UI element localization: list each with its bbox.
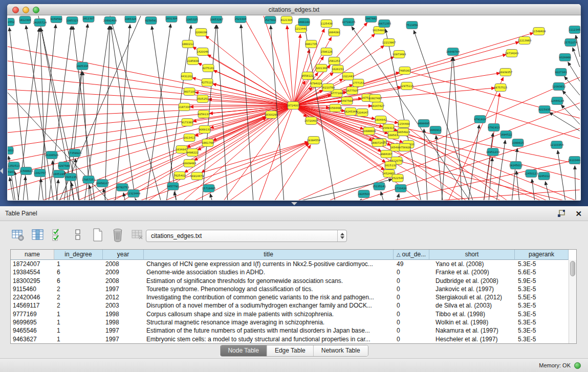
- column-header-in_degree[interactable]: in_degree: [54, 250, 103, 260]
- network-node[interactable]: 16671355: [378, 20, 391, 28]
- table-cell[interactable]: 2009: [103, 268, 144, 276]
- table-cell[interactable]: Jankovic et al. (1997): [429, 285, 515, 293]
- network-edge[interactable]: [564, 76, 580, 95]
- network-node[interactable]: 10719135: [342, 18, 355, 26]
- network-edge[interactable]: [360, 199, 361, 200]
- network-node[interactable]: 9159592: [50, 16, 62, 23]
- network-edge[interactable]: [228, 143, 309, 200]
- network-node[interactable]: 2185838: [187, 57, 199, 65]
- network-node[interactable]: 1924503: [358, 190, 369, 198]
- network-node[interactable]: 1549313: [382, 124, 394, 132]
- table-row[interactable]: 946362711997Embryonic stem cells: a mode…: [11, 335, 569, 343]
- network-node[interactable]: 2187334: [178, 103, 190, 111]
- table-cell[interactable]: Dudbridge et al. (2008): [429, 277, 515, 285]
- table-cell[interactable]: 1: [54, 318, 103, 326]
- network-node[interactable]: 1527602: [264, 16, 276, 24]
- table-cell[interactable]: 0: [394, 277, 429, 285]
- network-node[interactable]: 1634647: [176, 146, 187, 154]
- network-edge[interactable]: [442, 57, 452, 200]
- table-cell[interactable]: Changes of HCN gene expression and I(f) …: [144, 260, 394, 268]
- network-node[interactable]: 1913413: [183, 134, 195, 142]
- network-node[interactable]: 1860212: [182, 40, 193, 48]
- tab-edge-table[interactable]: Edge Table: [267, 345, 313, 356]
- table-cell[interactable]: 2: [54, 285, 103, 293]
- table-cell[interactable]: Investigating the contribution of common…: [144, 293, 394, 301]
- network-node[interactable]: 3915943: [8, 168, 15, 176]
- network-node[interactable]: 6466160: [298, 18, 310, 26]
- network-node[interactable]: 15135141: [373, 183, 386, 190]
- network-edge[interactable]: [293, 105, 580, 164]
- network-edge[interactable]: [152, 26, 177, 200]
- network-window[interactable]: citations_edges.txt 18724007220603818602…: [7, 4, 581, 201]
- network-node[interactable]: 16047427: [371, 102, 384, 110]
- network-node[interactable]: 15720407: [304, 117, 318, 125]
- table-cell[interactable]: 5.5E-5: [515, 293, 569, 301]
- table-cell[interactable]: 1997: [103, 285, 144, 293]
- table-cell[interactable]: Yano et al. (2008): [429, 260, 515, 268]
- network-node[interactable]: 7485063: [399, 67, 410, 75]
- table-cell[interactable]: Nakamura et al. (1997): [429, 326, 515, 335]
- table-cell[interactable]: 5.6E-5: [515, 268, 569, 276]
- network-node[interactable]: 4431202: [181, 73, 192, 80]
- table-cell[interactable]: 5.3E-5: [515, 335, 569, 343]
- network-node[interactable]: 16958107: [96, 180, 109, 187]
- network-node[interactable]: 9498222: [186, 149, 198, 157]
- network-edge[interactable]: [15, 171, 19, 200]
- network-node[interactable]: 6791913: [488, 124, 499, 132]
- table-cell[interactable]: 5.3E-5: [515, 310, 569, 318]
- column-header-year[interactable]: year: [103, 250, 144, 260]
- network-edge[interactable]: [103, 189, 106, 200]
- network-node[interactable]: 1523304: [234, 16, 247, 23]
- network-node[interactable]: 1099615: [512, 139, 524, 147]
- network-edge[interactable]: [274, 145, 311, 200]
- delete-icon[interactable]: [111, 228, 124, 242]
- network-node[interactable]: 9984067: [380, 150, 392, 158]
- network-node[interactable]: 12450123: [525, 170, 538, 178]
- network-edge[interactable]: [562, 91, 580, 111]
- table-cell[interactable]: 19384554: [11, 268, 54, 276]
- column-header-pagerank[interactable]: pagerank: [515, 250, 569, 260]
- network-node[interactable]: 9457791: [167, 183, 179, 190]
- table-cell[interactable]: de Silva et al. (2003): [429, 301, 515, 310]
- table-cell[interactable]: 1997: [103, 326, 144, 335]
- network-node[interactable]: 7204047: [356, 109, 368, 117]
- network-node[interactable]: 12323448: [127, 190, 140, 198]
- network-node[interactable]: 8121304: [280, 16, 293, 24]
- table-cell[interactable]: 9465546: [11, 326, 54, 335]
- network-node[interactable]: 1694522: [500, 131, 512, 139]
- table-row[interactable]: 977716911998Corpus callosum shape and si…: [11, 310, 569, 318]
- table-cell[interactable]: Corpus callosum shape and size in male p…: [144, 310, 394, 318]
- vertical-scrollbar[interactable]: [569, 260, 576, 343]
- network-edge[interactable]: [72, 183, 74, 200]
- network-node[interactable]: 18300295: [265, 111, 278, 119]
- network-node[interactable]: 17359924: [68, 149, 82, 157]
- network-edge[interactable]: [568, 62, 580, 81]
- table-row[interactable]: 969969511998Structural magnetic resonanc…: [11, 318, 569, 326]
- network-edge[interactable]: [532, 179, 535, 200]
- network-node[interactable]: 15751074: [564, 39, 578, 47]
- network-node[interactable]: 1640912: [429, 126, 441, 134]
- network-edge[interactable]: [558, 150, 565, 200]
- table-cell[interactable]: 1: [54, 335, 103, 343]
- table-cell[interactable]: 18300295: [11, 277, 54, 285]
- network-node[interactable]: 1420046: [197, 48, 208, 56]
- network-node[interactable]: 4275122: [201, 79, 213, 86]
- row-height-icon[interactable]: [71, 228, 84, 242]
- table-cell[interactable]: 0: [394, 285, 429, 293]
- network-node[interactable]: 16951233: [486, 148, 499, 156]
- table-cell[interactable]: 18724007: [11, 260, 54, 268]
- table-selector-dropdown[interactable]: citations_edges.txt: [146, 230, 347, 242]
- network-node[interactable]: 20206526: [45, 151, 58, 159]
- table-settings-icon[interactable]: [11, 228, 25, 242]
- network-node[interactable]: 24055724: [33, 19, 47, 27]
- network-node[interactable]: 16914479: [190, 172, 204, 180]
- network-node[interactable]: 20691406: [103, 17, 117, 25]
- network-node[interactable]: 9069133: [199, 126, 210, 134]
- network-edge[interactable]: [59, 16, 141, 200]
- network-edge[interactable]: [8, 104, 293, 105]
- table-cell[interactable]: 6: [54, 277, 103, 285]
- close-window-icon[interactable]: [12, 7, 19, 13]
- network-edge[interactable]: [115, 25, 130, 200]
- column-visibility-icon[interactable]: [31, 228, 45, 242]
- network-node[interactable]: 9245012: [538, 172, 550, 180]
